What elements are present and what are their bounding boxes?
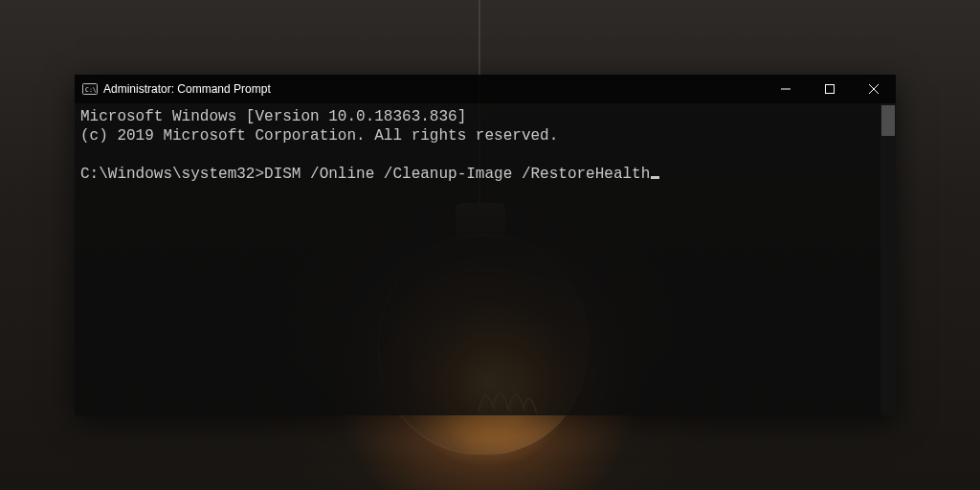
svg-text:C:\: C:\ bbox=[85, 86, 97, 94]
version-line: Microsoft Windows [Version 10.0.18363.83… bbox=[80, 108, 466, 125]
scrollbar-thumb[interactable] bbox=[881, 105, 895, 136]
svg-rect-3 bbox=[826, 85, 835, 94]
scrollbar-track[interactable] bbox=[880, 103, 896, 415]
typed-command: DISM /Online /Cleanup-Image /RestoreHeal… bbox=[264, 166, 650, 183]
copyright-line: (c) 2019 Microsoft Corporation. All righ… bbox=[80, 127, 558, 145]
command-prompt-window: C:\ Administrator: Command Prompt Micros… bbox=[75, 75, 896, 415]
prompt-path: C:\Windows\system32> bbox=[80, 166, 264, 183]
close-button[interactable] bbox=[852, 75, 896, 103]
terminal-output: Microsoft Windows [Version 10.0.18363.83… bbox=[80, 107, 890, 184]
text-cursor bbox=[651, 176, 659, 179]
terminal-body[interactable]: Microsoft Windows [Version 10.0.18363.83… bbox=[75, 103, 896, 415]
minimize-button[interactable] bbox=[764, 75, 808, 103]
window-title: Administrator: Command Prompt bbox=[103, 82, 271, 96]
cmd-icon: C:\ bbox=[82, 81, 98, 97]
titlebar[interactable]: C:\ Administrator: Command Prompt bbox=[75, 75, 896, 103]
maximize-button[interactable] bbox=[808, 75, 852, 103]
